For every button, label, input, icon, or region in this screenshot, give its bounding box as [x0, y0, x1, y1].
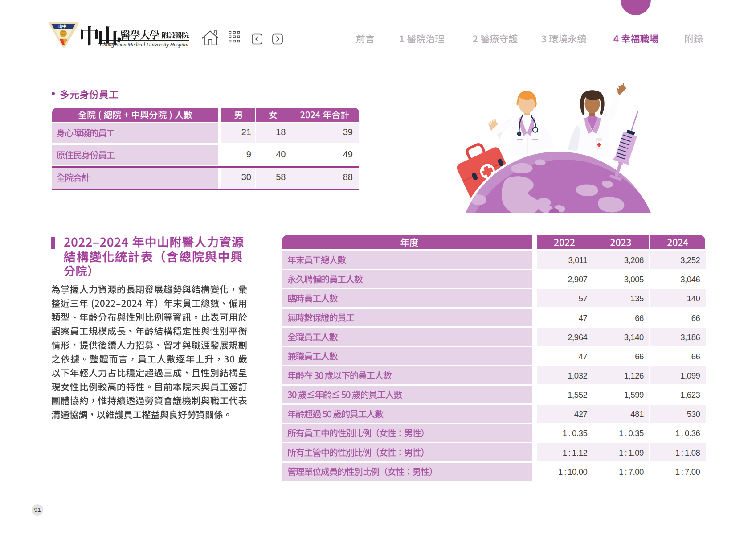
svg-text:Chung Shan Medical University: Chung Shan Medical University Hospital	[100, 41, 189, 48]
svg-text:山中: 山中	[58, 24, 66, 29]
